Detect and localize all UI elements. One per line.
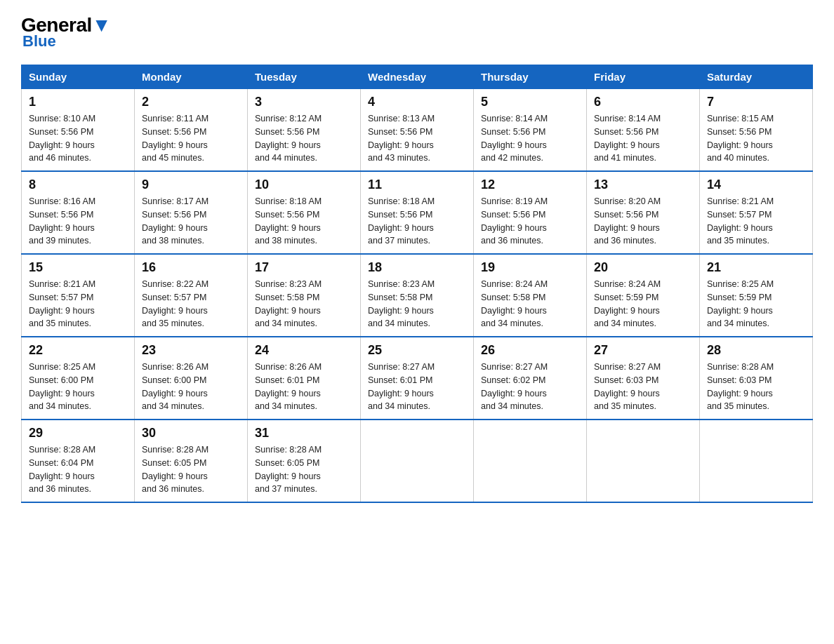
day-info: Sunrise: 8:12 AM Sunset: 5:56 PM Dayligh… (255, 112, 353, 165)
day-info: Sunrise: 8:21 AM Sunset: 5:57 PM Dayligh… (29, 278, 127, 330)
day-info: Sunrise: 8:27 AM Sunset: 6:02 PM Dayligh… (481, 361, 579, 413)
calendar-cell: 15 Sunrise: 8:21 AM Sunset: 5:57 PM Dayl… (22, 254, 135, 337)
day-number: 24 (255, 343, 353, 358)
day-number: 16 (142, 260, 240, 275)
calendar-cell: 26 Sunrise: 8:27 AM Sunset: 6:02 PM Dayl… (474, 337, 587, 420)
weekday-header-wednesday: Wednesday (361, 65, 474, 89)
calendar-cell: 3 Sunrise: 8:12 AM Sunset: 5:56 PM Dayli… (248, 89, 361, 172)
day-number: 4 (368, 95, 466, 109)
day-number: 5 (481, 95, 579, 109)
day-info: Sunrise: 8:25 AM Sunset: 5:59 PM Dayligh… (707, 278, 805, 330)
day-number: 23 (142, 343, 240, 358)
day-info: Sunrise: 8:24 AM Sunset: 5:58 PM Dayligh… (481, 278, 579, 330)
calendar-cell: 13 Sunrise: 8:20 AM Sunset: 5:56 PM Dayl… (587, 171, 700, 254)
calendar-cell: 25 Sunrise: 8:27 AM Sunset: 6:01 PM Dayl… (361, 337, 474, 420)
calendar-cell: 30 Sunrise: 8:28 AM Sunset: 6:05 PM Dayl… (135, 420, 248, 502)
day-number: 28 (707, 343, 805, 358)
day-info: Sunrise: 8:23 AM Sunset: 5:58 PM Dayligh… (255, 278, 353, 330)
day-info: Sunrise: 8:18 AM Sunset: 5:56 PM Dayligh… (368, 195, 466, 248)
logo-blue-text: Blue (21, 32, 56, 51)
page-header: General▼ Blue (21, 14, 813, 51)
calendar-cell: 24 Sunrise: 8:26 AM Sunset: 6:01 PM Dayl… (248, 337, 361, 420)
day-info: Sunrise: 8:25 AM Sunset: 6:00 PM Dayligh… (29, 361, 127, 413)
calendar-cell: 22 Sunrise: 8:25 AM Sunset: 6:00 PM Dayl… (22, 337, 135, 420)
day-info: Sunrise: 8:28 AM Sunset: 6:05 PM Dayligh… (255, 443, 353, 496)
day-info: Sunrise: 8:24 AM Sunset: 5:59 PM Dayligh… (594, 278, 692, 330)
day-info: Sunrise: 8:16 AM Sunset: 5:56 PM Dayligh… (29, 195, 127, 248)
day-number: 18 (368, 260, 466, 275)
logo: General▼ Blue (21, 14, 111, 51)
weekday-header-thursday: Thursday (474, 65, 587, 89)
day-number: 19 (481, 260, 579, 275)
calendar-week-row: 15 Sunrise: 8:21 AM Sunset: 5:57 PM Dayl… (22, 254, 813, 337)
day-info: Sunrise: 8:10 AM Sunset: 5:56 PM Dayligh… (29, 112, 127, 165)
day-number: 2 (142, 95, 240, 109)
day-info: Sunrise: 8:28 AM Sunset: 6:03 PM Dayligh… (707, 361, 805, 413)
calendar-cell: 8 Sunrise: 8:16 AM Sunset: 5:56 PM Dayli… (22, 171, 135, 254)
day-number: 17 (255, 260, 353, 275)
calendar-cell: 4 Sunrise: 8:13 AM Sunset: 5:56 PM Dayli… (361, 89, 474, 172)
calendar-cell: 20 Sunrise: 8:24 AM Sunset: 5:59 PM Dayl… (587, 254, 700, 337)
weekday-header-monday: Monday (135, 65, 248, 89)
day-number: 11 (368, 177, 466, 192)
day-number: 15 (29, 260, 127, 275)
calendar-cell: 5 Sunrise: 8:14 AM Sunset: 5:56 PM Dayli… (474, 89, 587, 172)
day-number: 1 (29, 95, 127, 109)
calendar-cell: 10 Sunrise: 8:18 AM Sunset: 5:56 PM Dayl… (248, 171, 361, 254)
day-number: 27 (594, 343, 692, 358)
day-number: 10 (255, 177, 353, 192)
calendar-cell: 27 Sunrise: 8:27 AM Sunset: 6:03 PM Dayl… (587, 337, 700, 420)
calendar-cell: 2 Sunrise: 8:11 AM Sunset: 5:56 PM Dayli… (135, 89, 248, 172)
day-info: Sunrise: 8:26 AM Sunset: 6:01 PM Dayligh… (255, 361, 353, 413)
calendar-cell: 9 Sunrise: 8:17 AM Sunset: 5:56 PM Dayli… (135, 171, 248, 254)
calendar-cell (587, 420, 700, 502)
day-info: Sunrise: 8:21 AM Sunset: 5:57 PM Dayligh… (707, 195, 805, 248)
calendar-cell: 17 Sunrise: 8:23 AM Sunset: 5:58 PM Dayl… (248, 254, 361, 337)
day-number: 14 (707, 177, 805, 192)
day-number: 29 (29, 426, 127, 441)
day-info: Sunrise: 8:18 AM Sunset: 5:56 PM Dayligh… (255, 195, 353, 248)
calendar-week-row: 22 Sunrise: 8:25 AM Sunset: 6:00 PM Dayl… (22, 337, 813, 420)
day-info: Sunrise: 8:27 AM Sunset: 6:03 PM Dayligh… (594, 361, 692, 413)
day-number: 30 (142, 426, 240, 441)
calendar-cell: 14 Sunrise: 8:21 AM Sunset: 5:57 PM Dayl… (700, 171, 813, 254)
day-info: Sunrise: 8:26 AM Sunset: 6:00 PM Dayligh… (142, 361, 240, 413)
day-number: 26 (481, 343, 579, 358)
calendar-cell: 21 Sunrise: 8:25 AM Sunset: 5:59 PM Dayl… (700, 254, 813, 337)
day-info: Sunrise: 8:27 AM Sunset: 6:01 PM Dayligh… (368, 361, 466, 413)
day-number: 21 (707, 260, 805, 275)
day-number: 22 (29, 343, 127, 358)
day-number: 13 (594, 177, 692, 192)
day-number: 25 (368, 343, 466, 358)
calendar-week-row: 29 Sunrise: 8:28 AM Sunset: 6:04 PM Dayl… (22, 420, 813, 502)
calendar-cell: 16 Sunrise: 8:22 AM Sunset: 5:57 PM Dayl… (135, 254, 248, 337)
calendar-table: SundayMondayTuesdayWednesdayThursdayFrid… (21, 65, 813, 503)
calendar-cell: 11 Sunrise: 8:18 AM Sunset: 5:56 PM Dayl… (361, 171, 474, 254)
calendar-cell: 1 Sunrise: 8:10 AM Sunset: 5:56 PM Dayli… (22, 89, 135, 172)
calendar-cell: 18 Sunrise: 8:23 AM Sunset: 5:58 PM Dayl… (361, 254, 474, 337)
calendar-cell (700, 420, 813, 502)
calendar-cell: 23 Sunrise: 8:26 AM Sunset: 6:00 PM Dayl… (135, 337, 248, 420)
day-number: 6 (594, 95, 692, 109)
day-info: Sunrise: 8:13 AM Sunset: 5:56 PM Dayligh… (368, 112, 466, 165)
calendar-cell: 19 Sunrise: 8:24 AM Sunset: 5:58 PM Dayl… (474, 254, 587, 337)
weekday-header-tuesday: Tuesday (248, 65, 361, 89)
weekday-header-row: SundayMondayTuesdayWednesdayThursdayFrid… (22, 65, 813, 89)
calendar-cell: 31 Sunrise: 8:28 AM Sunset: 6:05 PM Dayl… (248, 420, 361, 502)
calendar-cell: 6 Sunrise: 8:14 AM Sunset: 5:56 PM Dayli… (587, 89, 700, 172)
day-number: 8 (29, 177, 127, 192)
day-number: 7 (707, 95, 805, 109)
day-info: Sunrise: 8:19 AM Sunset: 5:56 PM Dayligh… (481, 195, 579, 248)
day-info: Sunrise: 8:14 AM Sunset: 5:56 PM Dayligh… (594, 112, 692, 165)
day-number: 12 (481, 177, 579, 192)
weekday-header-friday: Friday (587, 65, 700, 89)
day-number: 31 (255, 426, 353, 441)
day-info: Sunrise: 8:28 AM Sunset: 6:05 PM Dayligh… (142, 443, 240, 496)
day-info: Sunrise: 8:28 AM Sunset: 6:04 PM Dayligh… (29, 443, 127, 496)
day-info: Sunrise: 8:11 AM Sunset: 5:56 PM Dayligh… (142, 112, 240, 165)
day-info: Sunrise: 8:14 AM Sunset: 5:56 PM Dayligh… (481, 112, 579, 165)
logo-triangle-icon: ▼ (92, 14, 111, 36)
day-info: Sunrise: 8:23 AM Sunset: 5:58 PM Dayligh… (368, 278, 466, 330)
day-info: Sunrise: 8:20 AM Sunset: 5:56 PM Dayligh… (594, 195, 692, 248)
calendar-cell: 7 Sunrise: 8:15 AM Sunset: 5:56 PM Dayli… (700, 89, 813, 172)
